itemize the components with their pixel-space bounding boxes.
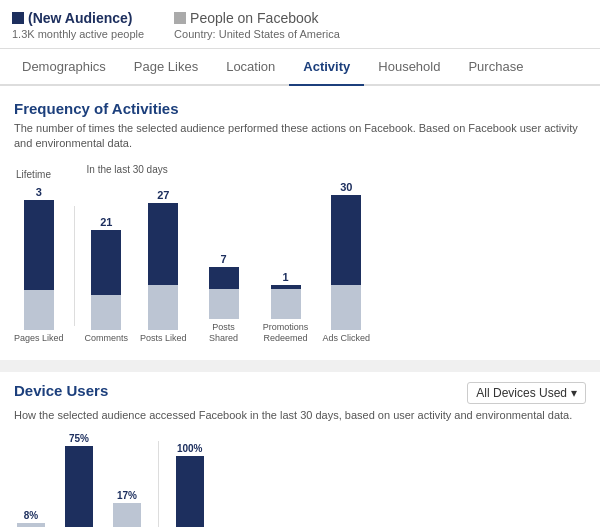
- device-charts: 8% Desktop Only 75% Desktop & Mobile 17%…: [0, 433, 600, 527]
- device-bar-desktop-only: 8% Desktop Only: [12, 510, 50, 527]
- device-val-computer: 100%: [177, 443, 203, 454]
- tab-activity[interactable]: Activity: [289, 49, 364, 86]
- device-section-title: Device Users: [14, 382, 108, 399]
- bar-ads-clicked-value: 30: [340, 181, 352, 193]
- device-bar-desktop-only-bar: [17, 523, 45, 527]
- people-facebook-block: People on Facebook Country: United State…: [174, 10, 340, 40]
- tabs-bar: Demographics Page Likes Location Activit…: [0, 49, 600, 86]
- audience-icon: [12, 12, 24, 24]
- people-title: People on Facebook: [190, 10, 318, 26]
- bar-promotions-label: Promotions Redeemed: [261, 322, 311, 344]
- bar-ads-clicked: 30 Ads Clicked: [323, 181, 371, 344]
- bar-comments-label: Comments: [85, 333, 129, 344]
- device-section-desc: How the selected audience accessed Faceb…: [0, 408, 600, 433]
- device-val-mobile-only: 17%: [117, 490, 137, 501]
- bar-promotions-value: 1: [283, 271, 289, 283]
- chart-divider: [74, 206, 75, 326]
- device-bar-desktop-mobile-bar: [65, 446, 93, 527]
- bar-posts-liked-dark: [148, 203, 178, 285]
- lifetime-label: Lifetime: [14, 169, 64, 180]
- device-filter-label: All Devices Used: [476, 386, 567, 400]
- device-val-desktop-only: 8%: [24, 510, 38, 521]
- bar-pages-liked: 3 Pages Liked: [14, 186, 64, 344]
- bar-posts-shared-value: 7: [221, 253, 227, 265]
- bar-posts-shared-label: Posts Shared: [199, 322, 249, 344]
- device-bar-mobile-only: 17% Mobile Only: [108, 490, 146, 527]
- header: (New Audience) 1.3K monthly active peopl…: [0, 0, 600, 49]
- device-bar-computer: 100% Computer: [171, 443, 208, 527]
- device-section-header: Device Users All Devices Used ▾: [0, 366, 600, 408]
- new-audience-block: (New Audience) 1.3K monthly active peopl…: [12, 10, 144, 40]
- bar-ads-clicked-label: Ads Clicked: [323, 333, 371, 344]
- bar-comments: 21 Comments: [85, 216, 129, 344]
- bar-promotions-light: [271, 289, 301, 319]
- bar-posts-shared-light: [209, 289, 239, 319]
- dropdown-chevron-icon: ▾: [571, 386, 577, 400]
- device-bar-mobile-only-bar: [113, 503, 141, 527]
- device-bar-desktop-mobile: 75% Desktop & Mobile: [60, 433, 98, 527]
- device-divider: [158, 441, 159, 527]
- bar-posts-shared-dark: [209, 267, 239, 289]
- device-val-desktop-mobile: 75%: [69, 433, 89, 444]
- frequency-title: Frequency of Activities: [14, 100, 586, 117]
- people-icon: [174, 12, 186, 24]
- device-bar-computer-bar: [176, 456, 204, 527]
- frequency-description: The number of times the selected audienc…: [14, 121, 586, 152]
- last30-group: In the last 30 days 21 Comments 27 Posts…: [85, 164, 586, 344]
- bar-posts-liked-label: Posts Liked: [140, 333, 187, 344]
- frequency-section: Frequency of Activities The number of ti…: [0, 86, 600, 352]
- tab-location[interactable]: Location: [212, 49, 289, 86]
- device-section: Device Users All Devices Used ▾ How the …: [0, 360, 600, 527]
- audience-subtitle: 1.3K monthly active people: [12, 28, 144, 40]
- bar-comments-dark: [91, 230, 121, 295]
- tab-demographics[interactable]: Demographics: [8, 49, 120, 86]
- bar-pages-liked-label: Pages Liked: [14, 333, 64, 344]
- last30-label: In the last 30 days: [85, 164, 586, 175]
- device-filter-dropdown[interactable]: All Devices Used ▾: [467, 382, 586, 404]
- people-subtitle: Country: United States of America: [174, 28, 340, 40]
- bar-pages-liked-dark: [24, 200, 54, 290]
- bar-comments-value: 21: [100, 216, 112, 228]
- last30-bars: 21 Comments 27 Posts Liked 7 Posts Share…: [85, 181, 586, 344]
- lifetime-bars: 3 Pages Liked: [14, 186, 64, 344]
- bar-posts-liked-light: [148, 285, 178, 330]
- bar-pages-liked-value: 3: [36, 186, 42, 198]
- bar-posts-liked-value: 27: [157, 189, 169, 201]
- bar-ads-clicked-dark: [331, 195, 361, 285]
- tab-household[interactable]: Household: [364, 49, 454, 86]
- tab-page-likes[interactable]: Page Likes: [120, 49, 212, 86]
- frequency-charts: Lifetime 3 Pages Liked In the last 30 da…: [14, 164, 586, 344]
- bar-posts-shared: 7 Posts Shared: [199, 253, 249, 344]
- bar-promotions: 1 Promotions Redeemed: [261, 271, 311, 344]
- bar-comments-light: [91, 295, 121, 330]
- tab-purchase[interactable]: Purchase: [454, 49, 537, 86]
- bar-ads-clicked-light: [331, 285, 361, 330]
- bar-pages-liked-light: [24, 290, 54, 330]
- bar-posts-liked: 27 Posts Liked: [140, 189, 187, 344]
- lifetime-group: Lifetime 3 Pages Liked: [14, 169, 64, 344]
- audience-title: (New Audience): [28, 10, 133, 26]
